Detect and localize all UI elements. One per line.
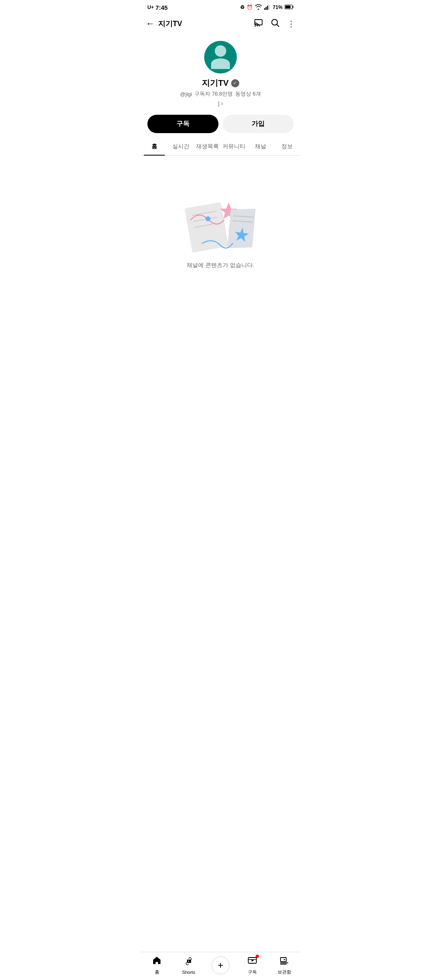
avatar-person <box>211 45 230 69</box>
chevron-right-icon: › <box>221 100 223 107</box>
tab-live[interactable]: 실시간 <box>167 138 194 155</box>
svg-rect-3 <box>268 4 270 10</box>
avatar <box>204 41 237 74</box>
tab-bar: 홈 실시간 재생목록 커뮤니티 채널 정보 <box>141 138 300 156</box>
subscriber-count: 구독자 76.8만명 <box>194 90 233 98</box>
tab-home[interactable]: 홈 <box>141 138 167 155</box>
svg-point-8 <box>254 25 256 27</box>
svg-line-10 <box>277 24 279 27</box>
alarm-icon: ⏰ <box>247 4 253 10</box>
battery-label: 71% <box>273 4 283 10</box>
video-count: 동영상 6개 <box>235 90 261 98</box>
time-label: 7:45 <box>156 4 168 11</box>
channel-more-text: ] <box>218 100 220 107</box>
empty-message: 채널에 콘텐츠가 없습니다. <box>187 262 254 269</box>
tab-playlist[interactable]: 재생목록 <box>194 138 220 155</box>
search-icon[interactable] <box>271 18 280 29</box>
more-options-icon[interactable]: ⋮ <box>287 19 295 29</box>
main-content: 채널에 콘텐츠가 없습니다. <box>141 156 300 347</box>
svg-rect-5 <box>293 6 294 8</box>
status-left: U+ 7:45 <box>147 4 168 11</box>
channel-name-row: 지기TV ✓ <box>202 78 239 89</box>
svg-rect-7 <box>255 20 262 25</box>
channel-name: 지기TV <box>202 78 229 89</box>
tab-community[interactable]: 커뮤니티 <box>220 138 247 155</box>
wifi-icon <box>255 4 262 11</box>
channel-profile: 지기TV ✓ @jigi 구독자 76.8만명 동영상 6개 ] › <box>141 34 300 110</box>
page-title: 지기TV <box>158 19 182 29</box>
cast-icon[interactable] <box>254 19 263 29</box>
svg-rect-0 <box>264 8 265 10</box>
empty-state: 채널에 콘텐츠가 없습니다. <box>141 156 300 294</box>
top-nav-right: ⋮ <box>254 18 295 29</box>
top-nav: ← 지기TV ⋮ <box>141 13 300 34</box>
svg-rect-1 <box>265 7 267 10</box>
recycle-icon: ♻ <box>240 4 245 10</box>
empty-illustration <box>180 180 261 254</box>
signal-icon <box>264 4 271 11</box>
tab-info[interactable]: 정보 <box>274 138 300 155</box>
action-buttons: 구독 가입 <box>141 110 300 138</box>
channel-handle: @jigi <box>180 91 192 97</box>
verified-badge: ✓ <box>231 79 239 87</box>
top-nav-left: ← 지기TV <box>146 18 182 29</box>
avatar-body <box>211 58 230 69</box>
subscribe-button[interactable]: 구독 <box>147 115 218 133</box>
status-right: ♻ ⏰ 71% <box>240 4 294 11</box>
svg-rect-2 <box>267 6 268 10</box>
back-button[interactable]: ← <box>146 18 155 29</box>
status-bar: U+ 7:45 ♻ ⏰ 71% <box>141 0 300 13</box>
carrier-label: U+ <box>147 4 154 10</box>
svg-rect-6 <box>285 5 291 8</box>
channel-more-button[interactable]: ] › <box>218 100 223 107</box>
join-button[interactable]: 가입 <box>223 115 294 133</box>
tab-channel[interactable]: 채널 <box>247 138 274 155</box>
battery-icon <box>285 4 294 11</box>
channel-meta: @jigi 구독자 76.8만명 동영상 6개 <box>180 90 261 98</box>
avatar-head <box>215 45 226 57</box>
